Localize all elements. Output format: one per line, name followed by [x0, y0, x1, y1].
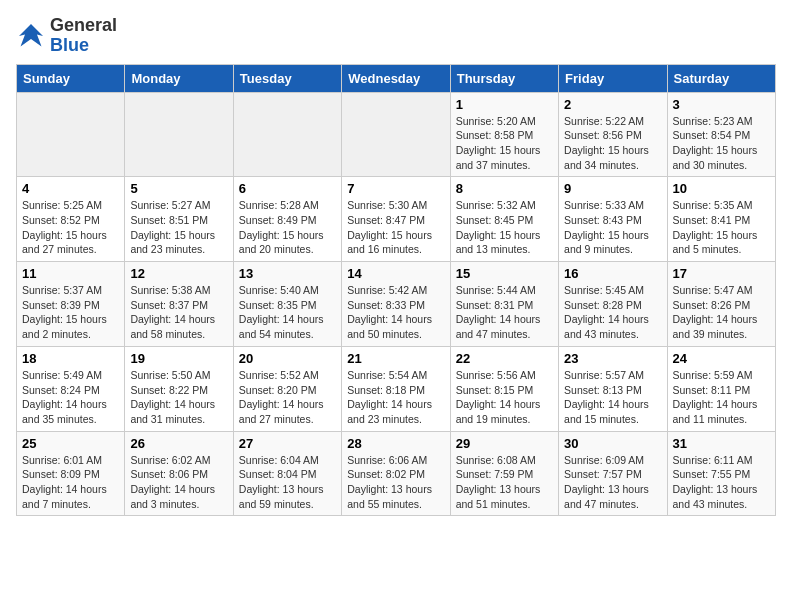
calendar-cell: 21Sunrise: 5:54 AM Sunset: 8:18 PM Dayli…: [342, 346, 450, 431]
day-number: 26: [130, 436, 227, 451]
calendar-cell: 3Sunrise: 5:23 AM Sunset: 8:54 PM Daylig…: [667, 92, 775, 177]
day-number: 25: [22, 436, 119, 451]
calendar-table: SundayMondayTuesdayWednesdayThursdayFrid…: [16, 64, 776, 517]
calendar-cell: 22Sunrise: 5:56 AM Sunset: 8:15 PM Dayli…: [450, 346, 558, 431]
day-number: 29: [456, 436, 553, 451]
calendar-cell: [342, 92, 450, 177]
svg-marker-0: [19, 24, 43, 47]
day-info: Sunrise: 5:40 AM Sunset: 8:35 PM Dayligh…: [239, 283, 336, 342]
calendar-cell: 27Sunrise: 6:04 AM Sunset: 8:04 PM Dayli…: [233, 431, 341, 516]
day-info: Sunrise: 5:45 AM Sunset: 8:28 PM Dayligh…: [564, 283, 661, 342]
calendar-cell: 12Sunrise: 5:38 AM Sunset: 8:37 PM Dayli…: [125, 262, 233, 347]
day-number: 30: [564, 436, 661, 451]
logo: General Blue: [16, 16, 117, 56]
day-info: Sunrise: 6:04 AM Sunset: 8:04 PM Dayligh…: [239, 453, 336, 512]
calendar-cell: 1Sunrise: 5:20 AM Sunset: 8:58 PM Daylig…: [450, 92, 558, 177]
day-info: Sunrise: 5:30 AM Sunset: 8:47 PM Dayligh…: [347, 198, 444, 257]
calendar-cell: 16Sunrise: 5:45 AM Sunset: 8:28 PM Dayli…: [559, 262, 667, 347]
day-info: Sunrise: 5:32 AM Sunset: 8:45 PM Dayligh…: [456, 198, 553, 257]
page-header: General Blue: [16, 16, 776, 56]
day-number: 5: [130, 181, 227, 196]
day-number: 28: [347, 436, 444, 451]
logo-text: General Blue: [50, 16, 117, 56]
weekday-header-saturday: Saturday: [667, 64, 775, 92]
day-number: 7: [347, 181, 444, 196]
day-info: Sunrise: 5:23 AM Sunset: 8:54 PM Dayligh…: [673, 114, 770, 173]
day-info: Sunrise: 5:20 AM Sunset: 8:58 PM Dayligh…: [456, 114, 553, 173]
calendar-header-row: SundayMondayTuesdayWednesdayThursdayFrid…: [17, 64, 776, 92]
weekday-header-thursday: Thursday: [450, 64, 558, 92]
day-number: 27: [239, 436, 336, 451]
calendar-week-3: 11Sunrise: 5:37 AM Sunset: 8:39 PM Dayli…: [17, 262, 776, 347]
day-info: Sunrise: 6:11 AM Sunset: 7:55 PM Dayligh…: [673, 453, 770, 512]
calendar-cell: [125, 92, 233, 177]
day-info: Sunrise: 5:25 AM Sunset: 8:52 PM Dayligh…: [22, 198, 119, 257]
calendar-cell: 20Sunrise: 5:52 AM Sunset: 8:20 PM Dayli…: [233, 346, 341, 431]
day-info: Sunrise: 5:28 AM Sunset: 8:49 PM Dayligh…: [239, 198, 336, 257]
day-number: 31: [673, 436, 770, 451]
weekday-header-friday: Friday: [559, 64, 667, 92]
calendar-cell: 18Sunrise: 5:49 AM Sunset: 8:24 PM Dayli…: [17, 346, 125, 431]
day-info: Sunrise: 6:01 AM Sunset: 8:09 PM Dayligh…: [22, 453, 119, 512]
day-number: 4: [22, 181, 119, 196]
day-number: 8: [456, 181, 553, 196]
weekday-header-wednesday: Wednesday: [342, 64, 450, 92]
day-number: 19: [130, 351, 227, 366]
calendar-week-5: 25Sunrise: 6:01 AM Sunset: 8:09 PM Dayli…: [17, 431, 776, 516]
day-info: Sunrise: 5:33 AM Sunset: 8:43 PM Dayligh…: [564, 198, 661, 257]
calendar-week-1: 1Sunrise: 5:20 AM Sunset: 8:58 PM Daylig…: [17, 92, 776, 177]
day-info: Sunrise: 5:56 AM Sunset: 8:15 PM Dayligh…: [456, 368, 553, 427]
day-number: 23: [564, 351, 661, 366]
calendar-cell: 6Sunrise: 5:28 AM Sunset: 8:49 PM Daylig…: [233, 177, 341, 262]
calendar-cell: 9Sunrise: 5:33 AM Sunset: 8:43 PM Daylig…: [559, 177, 667, 262]
day-info: Sunrise: 5:27 AM Sunset: 8:51 PM Dayligh…: [130, 198, 227, 257]
day-number: 2: [564, 97, 661, 112]
day-number: 3: [673, 97, 770, 112]
calendar-cell: 10Sunrise: 5:35 AM Sunset: 8:41 PM Dayli…: [667, 177, 775, 262]
calendar-cell: 30Sunrise: 6:09 AM Sunset: 7:57 PM Dayli…: [559, 431, 667, 516]
calendar-week-4: 18Sunrise: 5:49 AM Sunset: 8:24 PM Dayli…: [17, 346, 776, 431]
calendar-cell: 11Sunrise: 5:37 AM Sunset: 8:39 PM Dayli…: [17, 262, 125, 347]
calendar-body: 1Sunrise: 5:20 AM Sunset: 8:58 PM Daylig…: [17, 92, 776, 516]
day-number: 1: [456, 97, 553, 112]
calendar-cell: 31Sunrise: 6:11 AM Sunset: 7:55 PM Dayli…: [667, 431, 775, 516]
day-number: 16: [564, 266, 661, 281]
calendar-cell: 15Sunrise: 5:44 AM Sunset: 8:31 PM Dayli…: [450, 262, 558, 347]
calendar-cell: 4Sunrise: 5:25 AM Sunset: 8:52 PM Daylig…: [17, 177, 125, 262]
calendar-cell: 23Sunrise: 5:57 AM Sunset: 8:13 PM Dayli…: [559, 346, 667, 431]
logo-blue: Blue: [50, 35, 89, 55]
day-info: Sunrise: 5:50 AM Sunset: 8:22 PM Dayligh…: [130, 368, 227, 427]
calendar-cell: 2Sunrise: 5:22 AM Sunset: 8:56 PM Daylig…: [559, 92, 667, 177]
day-number: 12: [130, 266, 227, 281]
day-number: 9: [564, 181, 661, 196]
day-info: Sunrise: 5:35 AM Sunset: 8:41 PM Dayligh…: [673, 198, 770, 257]
calendar-cell: 24Sunrise: 5:59 AM Sunset: 8:11 PM Dayli…: [667, 346, 775, 431]
day-number: 13: [239, 266, 336, 281]
day-info: Sunrise: 5:37 AM Sunset: 8:39 PM Dayligh…: [22, 283, 119, 342]
day-info: Sunrise: 5:38 AM Sunset: 8:37 PM Dayligh…: [130, 283, 227, 342]
day-number: 6: [239, 181, 336, 196]
day-info: Sunrise: 6:09 AM Sunset: 7:57 PM Dayligh…: [564, 453, 661, 512]
day-info: Sunrise: 5:54 AM Sunset: 8:18 PM Dayligh…: [347, 368, 444, 427]
day-info: Sunrise: 5:44 AM Sunset: 8:31 PM Dayligh…: [456, 283, 553, 342]
calendar-cell: 7Sunrise: 5:30 AM Sunset: 8:47 PM Daylig…: [342, 177, 450, 262]
day-number: 21: [347, 351, 444, 366]
day-number: 24: [673, 351, 770, 366]
day-number: 10: [673, 181, 770, 196]
logo-general: General: [50, 15, 117, 35]
calendar-cell: 13Sunrise: 5:40 AM Sunset: 8:35 PM Dayli…: [233, 262, 341, 347]
weekday-header-tuesday: Tuesday: [233, 64, 341, 92]
calendar-cell: 8Sunrise: 5:32 AM Sunset: 8:45 PM Daylig…: [450, 177, 558, 262]
day-info: Sunrise: 5:22 AM Sunset: 8:56 PM Dayligh…: [564, 114, 661, 173]
day-number: 14: [347, 266, 444, 281]
day-info: Sunrise: 5:47 AM Sunset: 8:26 PM Dayligh…: [673, 283, 770, 342]
calendar-cell: 28Sunrise: 6:06 AM Sunset: 8:02 PM Dayli…: [342, 431, 450, 516]
calendar-cell: [17, 92, 125, 177]
day-number: 20: [239, 351, 336, 366]
day-info: Sunrise: 5:49 AM Sunset: 8:24 PM Dayligh…: [22, 368, 119, 427]
logo-icon: [16, 21, 46, 51]
weekday-header-monday: Monday: [125, 64, 233, 92]
day-number: 15: [456, 266, 553, 281]
calendar-cell: 25Sunrise: 6:01 AM Sunset: 8:09 PM Dayli…: [17, 431, 125, 516]
day-number: 17: [673, 266, 770, 281]
